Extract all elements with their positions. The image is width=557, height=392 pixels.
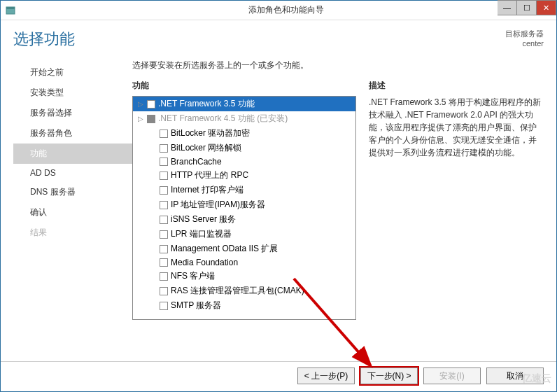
spacer: [137, 158, 144, 165]
sidebar-item-2[interactable]: 服务器选择: [13, 103, 132, 123]
feature-row-12[interactable]: NFS 客户端: [133, 269, 355, 284]
feature-row-11[interactable]: Media Foundation: [133, 256, 355, 269]
close-button[interactable]: ✕: [537, 0, 556, 15]
install-button[interactable]: 安装(I): [423, 368, 481, 384]
feature-label: BranchCache: [171, 157, 353, 167]
feature-row-8[interactable]: iSNS Server 服务: [133, 212, 355, 227]
body-area: 选择功能 目标服务器 center 开始之前安装类型服务器选择服务器角色功能AD…: [1, 20, 556, 361]
content-row: 开始之前安装类型服务器选择服务器角色功能AD DSDNS 服务器确认结果 选择要…: [13, 59, 544, 356]
description-panel: 描述 .NET Framework 3.5 将用于构建应用程序的新技术融入 .N…: [369, 80, 544, 356]
feature-row-7[interactable]: IP 地址管理(IPAM)服务器: [133, 197, 355, 212]
features-listbox[interactable]: ▷.NET Framework 3.5 功能▷.NET Framework 4.…: [132, 96, 356, 320]
sidebar: 开始之前安装类型服务器选择服务器角色功能AD DSDNS 服务器确认结果: [13, 59, 132, 356]
feature-label: .NET Framework 3.5 功能: [158, 98, 353, 110]
checkbox-icon[interactable]: [160, 186, 168, 195]
features-panel: 功能 ▷.NET Framework 3.5 功能▷.NET Framework…: [132, 80, 356, 356]
checkbox-icon[interactable]: [160, 130, 168, 138]
next-button[interactable]: 下一步(N) >: [360, 368, 418, 384]
sidebar-item-7[interactable]: 确认: [13, 202, 132, 223]
feature-label: HTTP 代理上的 RPC: [171, 169, 353, 181]
feature-row-10[interactable]: Management OData IIS 扩展: [133, 241, 355, 256]
spacer: [137, 202, 144, 209]
instruction-text: 选择要安装在所选服务器上的一个或多个功能。: [132, 59, 544, 71]
checkbox-icon[interactable]: [160, 258, 168, 267]
sidebar-item-6[interactable]: DNS 服务器: [13, 182, 132, 202]
feature-row-6[interactable]: Internet 打印客户端: [133, 183, 355, 197]
main-panel: 选择要安装在所选服务器上的一个或多个功能。 功能 ▷.NET Framework…: [132, 59, 544, 356]
sidebar-item-1[interactable]: 安装类型: [13, 83, 132, 103]
sidebar-item-4[interactable]: 功能: [13, 144, 132, 164]
header-row: 选择功能 目标服务器 center: [13, 29, 544, 50]
feature-label: Internet 打印客户端: [171, 184, 353, 196]
app-icon: [5, 5, 16, 16]
checkbox-icon[interactable]: [147, 100, 155, 108]
spacer: [137, 172, 144, 179]
spacer: [137, 246, 144, 253]
titlebar: 添加角色和功能向导 — ☐ ✕: [1, 1, 556, 20]
minimize-button[interactable]: —: [498, 0, 517, 15]
sidebar-item-5[interactable]: AD DS: [13, 164, 132, 182]
checkbox-icon[interactable]: [160, 144, 168, 153]
feature-label: IP 地址管理(IPAM)服务器: [171, 199, 353, 211]
spacer: [137, 130, 144, 137]
checkbox-icon[interactable]: [160, 216, 168, 224]
description-label: 描述: [369, 80, 544, 92]
feature-row-9[interactable]: LPR 端口监视器: [133, 227, 355, 241]
page-title: 选择功能: [13, 29, 75, 50]
previous-button[interactable]: < 上一步(P): [297, 368, 355, 384]
checkbox-icon[interactable]: [160, 245, 168, 253]
spacer: [137, 187, 144, 194]
destination-value: center: [505, 38, 544, 48]
feature-label: BitLocker 网络解锁: [171, 142, 353, 154]
spacer: [137, 302, 144, 309]
spacer: [137, 288, 144, 295]
checkbox-icon[interactable]: [160, 201, 168, 209]
expand-icon[interactable]: ▷: [137, 115, 144, 122]
window-controls: — ☐ ✕: [498, 0, 556, 15]
feature-label: .NET Framework 4.5 功能 (已安装): [158, 113, 353, 125]
panels: 功能 ▷.NET Framework 3.5 功能▷.NET Framework…: [132, 80, 544, 356]
feature-row-4[interactable]: BranchCache: [133, 155, 355, 168]
window-title: 添加角色和功能向导: [16, 4, 556, 16]
expand-icon[interactable]: ▷: [137, 101, 144, 108]
checkbox-icon[interactable]: [160, 230, 168, 239]
checkbox-icon[interactable]: [147, 115, 155, 123]
maximize-button[interactable]: ☐: [517, 0, 537, 15]
feature-label: BitLocker 驱动器加密: [171, 127, 353, 139]
feature-row-13[interactable]: RAS 连接管理器管理工具包(CMAK): [133, 284, 355, 298]
feature-label: Management OData IIS 扩展: [171, 243, 353, 255]
sidebar-item-8: 结果: [13, 223, 132, 243]
svg-rect-1: [6, 7, 15, 9]
destination-box: 目标服务器 center: [505, 29, 544, 50]
checkbox-icon[interactable]: [160, 287, 168, 295]
watermark: 亿速云: [522, 372, 551, 385]
feature-row-3[interactable]: BitLocker 网络解锁: [133, 141, 355, 155]
feature-row-2[interactable]: BitLocker 驱动器加密: [133, 126, 355, 141]
checkbox-icon[interactable]: [160, 172, 168, 180]
description-text: .NET Framework 3.5 将用于构建应用程序的新技术融入 .NET …: [369, 96, 544, 159]
sidebar-item-0[interactable]: 开始之前: [13, 62, 132, 83]
feature-label: RAS 连接管理器管理工具包(CMAK): [171, 285, 353, 297]
checkbox-icon[interactable]: [160, 158, 168, 166]
spacer: [137, 273, 144, 280]
feature-row-0[interactable]: ▷.NET Framework 3.5 功能: [133, 97, 355, 111]
spacer: [137, 216, 144, 223]
feature-row-1[interactable]: ▷.NET Framework 4.5 功能 (已安装): [133, 111, 355, 126]
feature-label: NFS 客户端: [171, 270, 353, 282]
features-label: 功能: [132, 80, 356, 92]
feature-label: Media Foundation: [171, 258, 353, 267]
feature-row-14[interactable]: SMTP 服务器: [133, 298, 355, 313]
footer: < 上一步(P) 下一步(N) > 安装(I) 取消: [1, 361, 556, 391]
feature-label: iSNS Server 服务: [171, 214, 353, 225]
checkbox-icon[interactable]: [160, 272, 168, 281]
spacer: [137, 231, 144, 238]
spacer: [137, 145, 144, 152]
wizard-window: 添加角色和功能向导 — ☐ ✕ 选择功能 目标服务器 center 开始之前安装…: [0, 0, 557, 392]
feature-label: SMTP 服务器: [171, 300, 353, 312]
feature-label: LPR 端口监视器: [171, 228, 353, 240]
checkbox-icon[interactable]: [160, 302, 168, 310]
feature-row-5[interactable]: HTTP 代理上的 RPC: [133, 168, 355, 183]
spacer: [137, 259, 144, 266]
destination-label: 目标服务器: [505, 29, 544, 38]
sidebar-item-3[interactable]: 服务器角色: [13, 123, 132, 144]
